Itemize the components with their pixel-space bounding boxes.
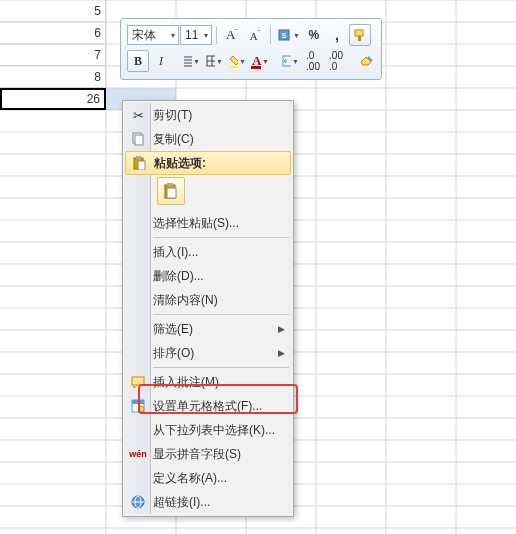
menu-label: 超链接(I)...: [151, 494, 291, 511]
pinyin-icon: wén: [125, 449, 151, 459]
selected-cell[interactable]: 26: [0, 88, 106, 110]
comma-button[interactable]: ,: [326, 24, 348, 46]
comment-icon: [125, 376, 151, 388]
menu-label: 选择性粘贴(S)...: [151, 215, 291, 232]
svg-rect-42: [230, 66, 238, 68]
font-name: 宋体: [132, 27, 156, 44]
svg-rect-49: [138, 161, 145, 170]
increase-font-button[interactable]: Aˆ: [221, 24, 243, 46]
menu-label: 复制(C): [151, 131, 291, 148]
menu-label: 排序(O): [151, 345, 278, 362]
svg-rect-48: [136, 156, 141, 159]
context-menu: ✂ 剪切(T) 复制(C) 粘贴选项: 选择性粘贴(S)... 插入(I)...…: [122, 100, 294, 517]
menu-cut[interactable]: ✂ 剪切(T): [125, 103, 291, 127]
menu-pick-from-list[interactable]: 从下拉列表中选择(K)...: [125, 418, 291, 442]
mini-toolbar: 宋体 11 Aˆ Aˇ $▼ % , B I ▼ ▼ ▼ A▼ ▼ .0.00 …: [120, 18, 382, 80]
paste-icon: [126, 156, 152, 170]
svg-rect-43: [251, 66, 261, 69]
merge-button[interactable]: ▼: [279, 50, 301, 72]
menu-hyperlink[interactable]: 超链接(I)...: [125, 490, 291, 514]
decrease-font-button[interactable]: Aˇ: [244, 24, 266, 46]
svg-rect-33: [355, 30, 363, 36]
font-color-button[interactable]: A▼: [249, 50, 271, 72]
svg-point-56: [138, 406, 144, 412]
menu-label: 显示拼音字段(S): [151, 446, 291, 463]
submenu-arrow-icon: ▶: [278, 348, 291, 358]
svg-rect-51: [167, 183, 173, 186]
menu-label: 粘贴选项:: [152, 155, 290, 172]
svg-rect-52: [167, 188, 176, 198]
svg-rect-53: [132, 377, 144, 385]
cut-icon: ✂: [125, 108, 151, 123]
svg-rect-34: [358, 36, 361, 41]
decrease-decimal-button[interactable]: .00.0: [325, 50, 347, 72]
percent-button[interactable]: %: [303, 24, 325, 46]
italic-button[interactable]: I: [150, 50, 172, 72]
font-size: 11: [185, 28, 198, 42]
menu-insert-comment[interactable]: 插入批注(M): [125, 370, 291, 394]
menu-paste-special[interactable]: 选择性粘贴(S)...: [125, 211, 291, 235]
menu-delete[interactable]: 删除(D)...: [125, 264, 291, 288]
copy-icon: [125, 132, 151, 146]
menu-label: 插入(I)...: [151, 244, 291, 261]
menu-show-pinyin[interactable]: wén 显示拼音字段(S): [125, 442, 291, 466]
paste-options-area: [125, 175, 291, 211]
submenu-arrow-icon: ▶: [278, 324, 291, 334]
menu-label: 清除内容(N): [151, 292, 291, 309]
menu-sort[interactable]: 排序(O) ▶: [125, 341, 291, 365]
menu-paste-options[interactable]: 粘贴选项:: [125, 151, 291, 175]
menu-label: 从下拉列表中选择(K)...: [151, 422, 291, 439]
hyperlink-icon: [125, 495, 151, 509]
menu-label: 删除(D)...: [151, 268, 291, 285]
menu-label: 剪切(T): [151, 107, 291, 124]
menu-label: 插入批注(M): [151, 374, 291, 391]
clear-format-button[interactable]: [355, 50, 377, 72]
menu-copy[interactable]: 复制(C): [125, 127, 291, 151]
fill-color-button[interactable]: ▼: [226, 50, 248, 72]
menu-label: 设置单元格格式(F)...: [151, 398, 291, 415]
format-painter-button[interactable]: [349, 24, 371, 46]
accounting-format-button[interactable]: $▼: [275, 24, 302, 46]
menu-format-cells[interactable]: 设置单元格格式(F)...: [125, 394, 291, 418]
format-cells-icon: [125, 399, 151, 413]
menu-clear[interactable]: 清除内容(N): [125, 288, 291, 312]
svg-rect-46: [135, 135, 143, 145]
menu-label: 筛选(E): [151, 321, 278, 338]
menu-label: 定义名称(A)...: [151, 470, 291, 487]
borders-button[interactable]: ▼: [203, 50, 225, 72]
increase-decimal-button[interactable]: .0.00: [302, 50, 324, 72]
menu-insert[interactable]: 插入(I)...: [125, 240, 291, 264]
bold-button[interactable]: B: [127, 50, 149, 72]
menu-filter[interactable]: 筛选(E) ▶: [125, 317, 291, 341]
font-size-select[interactable]: 11: [180, 25, 212, 45]
menu-define-name[interactable]: 定义名称(A)...: [125, 466, 291, 490]
paste-option-button[interactable]: [157, 177, 185, 205]
font-select[interactable]: 宋体: [127, 25, 179, 45]
align-button[interactable]: ▼: [180, 50, 202, 72]
svg-text:$: $: [282, 31, 287, 40]
svg-rect-55: [132, 400, 144, 404]
